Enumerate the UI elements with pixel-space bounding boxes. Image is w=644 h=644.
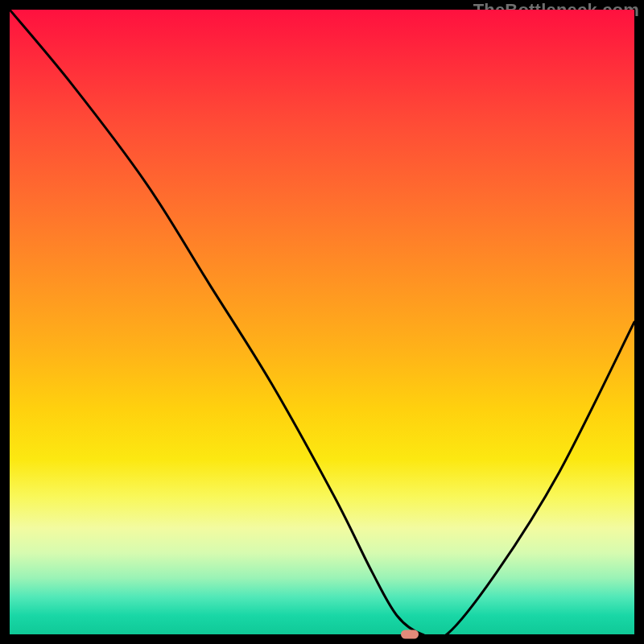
plot-area [10,10,634,634]
chart-stage: TheBottleneck.com [0,0,644,644]
optimum-marker [401,630,419,639]
bottleneck-curve [10,10,634,634]
curve-path [10,10,634,634]
